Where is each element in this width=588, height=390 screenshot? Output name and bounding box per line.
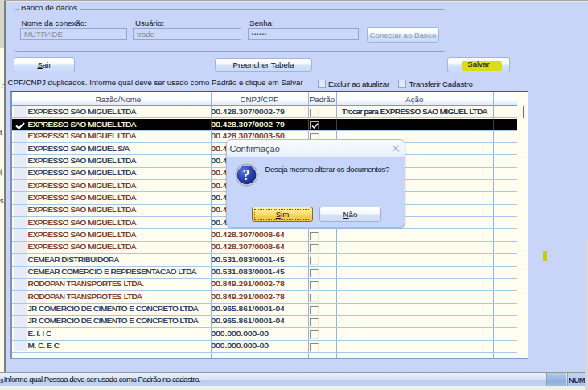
svg-text:?: ?	[242, 166, 250, 183]
